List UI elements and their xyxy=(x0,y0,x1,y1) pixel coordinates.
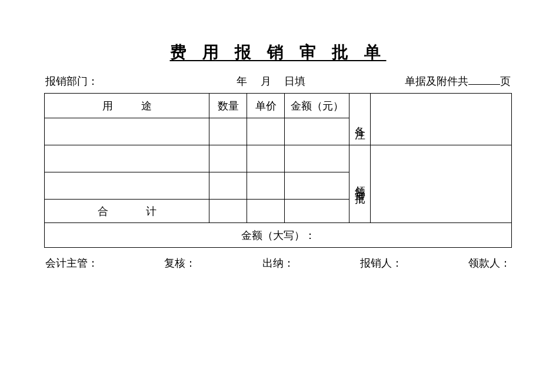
total-qty xyxy=(209,200,247,223)
total-label: 合计 xyxy=(45,200,209,223)
use-cell xyxy=(45,118,209,145)
price-cell xyxy=(247,145,285,172)
remark-field xyxy=(371,94,512,145)
approval-field xyxy=(371,145,512,223)
col-qty-header: 数量 xyxy=(209,94,247,118)
table-header-row: 用途 数量 单价 金额（元） 备注 xyxy=(45,94,512,118)
day-fill-label: 日填 xyxy=(284,75,305,87)
attach-blank xyxy=(468,74,500,85)
amount-upper-label: 金额（大写）： xyxy=(45,223,512,248)
table-row: 领导审批 xyxy=(45,145,512,172)
remark-side-label: 备注 xyxy=(349,94,371,145)
total-amount xyxy=(285,200,349,223)
month-label: 月 xyxy=(261,75,271,87)
use-cell xyxy=(45,172,209,200)
col-amount-header: 金额（元） xyxy=(285,94,349,118)
reviewer-label: 复核： xyxy=(164,256,196,270)
expense-table: 用途 数量 单价 金额（元） 备注 领导审批 合计 xyxy=(44,93,512,248)
amount-cell xyxy=(285,172,349,200)
dept-label: 报销部门： xyxy=(45,74,98,88)
qty-cell xyxy=(209,118,247,145)
qty-cell xyxy=(209,172,247,200)
expense-approval-form: 费 用 报 销 审 批 单 报销部门： 年 月 日填 单据及附件共页 用途 数量… xyxy=(0,0,556,270)
amount-cell xyxy=(285,145,349,172)
total-price xyxy=(247,200,285,223)
attachment-label: 单据及附件共页 xyxy=(405,74,511,88)
attach-suffix: 页 xyxy=(500,75,511,87)
approval-side-label: 领导审批 xyxy=(349,145,371,223)
cashier-label: 出纳： xyxy=(262,256,294,270)
col-use-header: 用途 xyxy=(45,94,209,118)
year-label: 年 xyxy=(237,75,247,87)
amount-upper-row: 金额（大写）： xyxy=(45,223,512,248)
col-price-header: 单价 xyxy=(247,94,285,118)
header-row: 报销部门： 年 月 日填 单据及附件共页 xyxy=(44,74,512,88)
price-cell xyxy=(247,172,285,200)
footer-row: 会计主管： 复核： 出纳： 报销人： 领款人： xyxy=(44,256,512,270)
accounting-manager-label: 会计主管： xyxy=(45,256,98,270)
claimant-label: 报销人： xyxy=(360,256,402,270)
use-cell xyxy=(45,145,209,172)
attach-prefix: 单据及附件共 xyxy=(405,75,468,87)
form-title: 费 用 报 销 审 批 单 xyxy=(44,41,512,64)
payee-label: 领款人： xyxy=(468,256,511,270)
qty-cell xyxy=(209,145,247,172)
amount-cell xyxy=(285,118,349,145)
price-cell xyxy=(247,118,285,145)
date-label: 年 月 日填 xyxy=(237,74,305,88)
